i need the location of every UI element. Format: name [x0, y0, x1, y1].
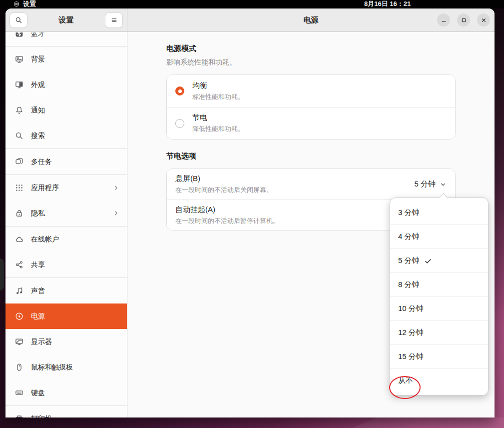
maximize-button[interactable] [457, 14, 470, 26]
option-description: 标准性能和功耗。 [192, 92, 244, 102]
annotation-ellipse [389, 376, 421, 399]
dropdown-option-label: 15 分钟 [398, 352, 424, 362]
dropdown-option[interactable]: 12 分钟 [390, 320, 488, 344]
sidebar-item-label: 隐私 [31, 209, 45, 218]
dropdown-option-label: 8 分钟 [398, 280, 420, 290]
sidebar-item-label: 打印机 [31, 414, 52, 418]
sidebar-item-label: 通知 [31, 106, 45, 115]
sidebar-list: 蓝牙背景外观通知搜索多任务应用程序隐私在线帐户共享声音电源显示器鼠标和触摸板键盘… [5, 32, 127, 418]
gnome-top-bar: 设置 8月16日 16：21 [0, 0, 504, 8]
sidebar-item-sharing[interactable]: 共享 [5, 252, 127, 278]
topbar-clock[interactable]: 8月16日 16：21 [364, 0, 411, 8]
sidebar-item-label: 多任务 [31, 158, 52, 166]
dock-hide-notch [0, 258, 4, 290]
dropdown-option[interactable]: 5 分钟 [390, 248, 488, 272]
sidebar: 设置 蓝牙背景外观通知搜索多任务应用程序隐私在线帐户共享声音电源显示器鼠标和触摸… [5, 8, 127, 418]
dropdown-option-label: 4 分钟 [398, 232, 420, 242]
sharing-icon [15, 260, 23, 269]
topbar-app-indicator[interactable]: 设置 [13, 0, 36, 8]
power-mode-card: 均衡 标准性能和功耗。 节电 降低性能和功耗。 [166, 74, 456, 140]
minimize-button[interactable] [437, 14, 450, 26]
hamburger-menu-icon [110, 16, 118, 24]
minimize-icon [440, 16, 448, 24]
sidebar-item-applications[interactable]: 应用程序 [5, 175, 127, 200]
sidebar-headerbar: 设置 [5, 8, 127, 32]
sidebar-item-printers[interactable]: 打印机 [5, 406, 127, 418]
sidebar-item-label: 外观 [31, 80, 45, 90]
gear-icon [13, 0, 20, 8]
sidebar-item-label: 声音 [31, 286, 45, 296]
power-mode-option-saver[interactable]: 节电 降低性能和功耗。 [167, 107, 455, 139]
sidebar-item-bluetooth[interactable]: 蓝牙 [5, 32, 127, 46]
search-icon [15, 16, 22, 24]
dropdown-option[interactable]: 8 分钟 [390, 272, 488, 296]
screen-blank-label: 息屏(B) [175, 174, 273, 184]
sidebar-title: 设置 [59, 16, 74, 25]
sidebar-item-label: 应用程序 [31, 184, 59, 192]
close-button[interactable] [477, 14, 490, 26]
sidebar-item-online-accounts[interactable]: 在线帐户 [5, 226, 127, 252]
page-title: 电源 [304, 16, 319, 25]
bluetooth-icon [15, 32, 23, 38]
sidebar-item-displays[interactable]: 显示器 [5, 329, 127, 354]
radio-balanced[interactable] [175, 86, 184, 96]
background-icon [15, 55, 23, 64]
dropdown-option[interactable]: 10 分钟 [390, 296, 488, 320]
appearance-icon [15, 80, 23, 89]
screen-blank-dropdown[interactable]: 5 分钟 [414, 180, 447, 189]
search-button[interactable] [9, 12, 27, 28]
auto-suspend-label: 自动挂起(A) [175, 205, 279, 214]
keyboard-icon [15, 388, 23, 397]
power-mode-heading: 电源模式 [166, 44, 456, 54]
mouse-icon [15, 363, 23, 372]
option-label: 节电 [192, 113, 244, 122]
power-saving-heading: 节电选项 [166, 152, 456, 161]
sidebar-item-keyboard[interactable]: 键盘 [5, 380, 127, 406]
sidebar-item-label: 键盘 [31, 388, 45, 398]
option-label: 均衡 [192, 81, 244, 90]
sidebar-item-label: 显示器 [31, 338, 52, 346]
multitasking-icon [15, 158, 23, 166]
dropdown-option[interactable]: 15 分钟 [390, 344, 488, 368]
online-accounts-icon [15, 235, 23, 244]
window-controls [437, 8, 490, 32]
power-icon [15, 312, 23, 320]
wallpaper-facet [352, 418, 504, 428]
timeout-dropdown-popover: 3 分钟4 分钟5 分钟8 分钟10 分钟12 分钟15 分钟从不 [390, 198, 489, 396]
sidebar-item-privacy[interactable]: 隐私 [5, 200, 127, 226]
screen-blank-description: 在一段时间的不活动后关闭屏幕。 [175, 186, 273, 194]
maximize-icon [460, 16, 468, 24]
sidebar-item-background[interactable]: 背景 [5, 46, 127, 72]
chevron-right-icon [112, 210, 120, 217]
sidebar-item-search[interactable]: 搜索 [5, 123, 127, 148]
sidebar-item-notifications[interactable]: 通知 [5, 98, 127, 123]
applications-icon [15, 184, 23, 192]
sidebar-item-multitasking[interactable]: 多任务 [5, 149, 127, 174]
search-icon [15, 132, 23, 140]
dropdown-option-label: 12 分钟 [398, 328, 424, 338]
notifications-icon [15, 106, 23, 114]
sidebar-item-label: 电源 [31, 312, 45, 321]
dropdown-option[interactable]: 4 分钟 [390, 224, 488, 248]
sidebar-item-mouse[interactable]: 鼠标和触摸板 [5, 354, 127, 380]
sidebar-item-appearance[interactable]: 外观 [5, 72, 127, 98]
chevron-down-icon [440, 181, 447, 188]
close-icon [480, 16, 488, 24]
printers-icon [15, 414, 23, 418]
power-mode-option-balanced[interactable]: 均衡 标准性能和功耗。 [167, 75, 455, 107]
sidebar-item-label: 蓝牙 [31, 32, 45, 38]
primary-menu-button[interactable] [105, 12, 123, 28]
radio-power-saver[interactable] [175, 119, 184, 128]
displays-icon [15, 338, 23, 346]
screen-blank-value: 5 分钟 [414, 180, 436, 189]
dropdown-option-label: 5 分钟 [398, 256, 420, 266]
option-description: 降低性能和功耗。 [192, 124, 244, 134]
sound-icon [15, 286, 23, 295]
power-mode-subtitle: 影响系统性能和功耗。 [166, 58, 456, 67]
privacy-icon [15, 209, 23, 218]
dropdown-option[interactable]: 3 分钟 [390, 200, 488, 224]
sidebar-item-label: 背景 [31, 55, 45, 64]
auto-suspend-description: 在一段时间的不活动后暂停计算机。 [175, 216, 279, 226]
sidebar-item-power[interactable]: 电源 [5, 304, 127, 329]
sidebar-item-sound[interactable]: 声音 [5, 278, 127, 304]
